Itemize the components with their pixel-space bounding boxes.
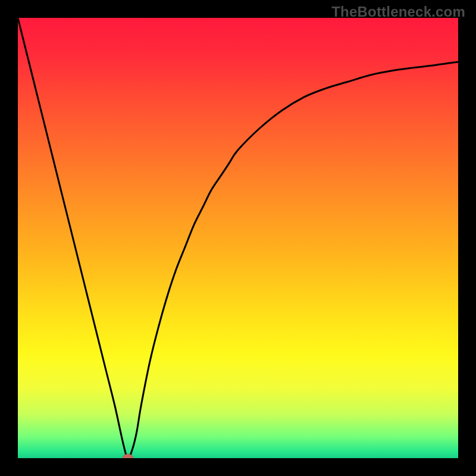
plot-area xyxy=(18,18,458,458)
chart-svg xyxy=(18,18,458,458)
gradient-background xyxy=(18,18,458,458)
chart-frame: TheBottleneck.com xyxy=(0,0,476,476)
